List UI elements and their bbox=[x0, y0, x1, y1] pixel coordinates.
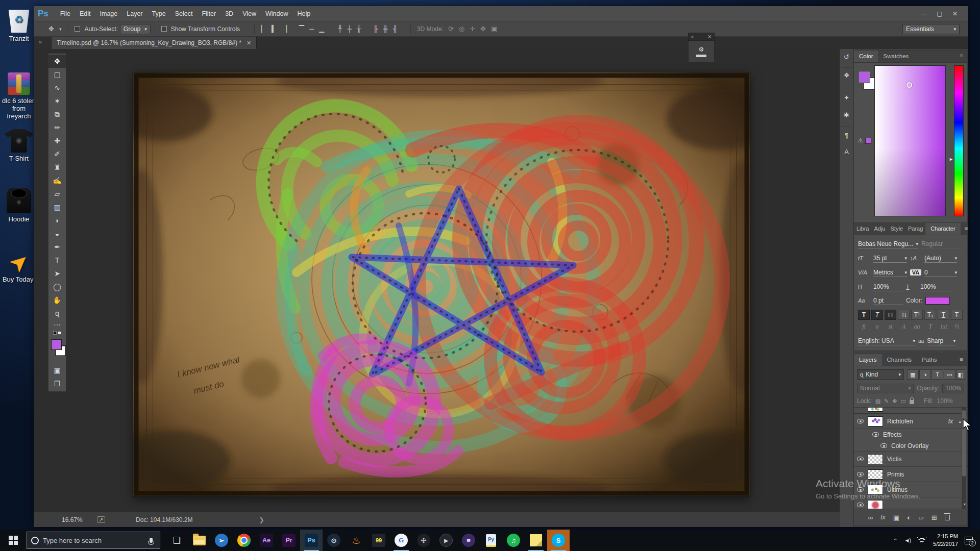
taskbar-thunderbird[interactable]: ➢ bbox=[210, 530, 233, 551]
layer-row-effects[interactable]: Effects bbox=[854, 429, 967, 440]
lock-position-icon[interactable]: ✥ bbox=[892, 398, 897, 405]
ordinals-button[interactable]: 1st bbox=[938, 323, 949, 331]
fx-badge[interactable]: fx bbox=[948, 418, 953, 425]
font-size-field[interactable]: 35 pt▾ bbox=[873, 254, 907, 263]
tool-marquee[interactable]: ▢ bbox=[48, 68, 66, 81]
tool-ellipse[interactable]: ◯ bbox=[48, 280, 66, 293]
text-color-swatch[interactable] bbox=[925, 297, 950, 305]
menu-image[interactable]: Image bbox=[95, 10, 122, 17]
tab-paragraph[interactable]: Parag bbox=[905, 223, 925, 235]
taskbar-file-explorer[interactable] bbox=[188, 530, 210, 551]
desktop-icon-recycle-bin[interactable]: ♻ Tranzit bbox=[0, 4, 38, 42]
screen-mode-icon[interactable]: ❐ bbox=[48, 377, 66, 390]
menu-type[interactable]: Type bbox=[148, 10, 170, 17]
distribute-top-icon[interactable]: ╀ bbox=[335, 25, 345, 33]
3d-slide-icon[interactable]: ✥ bbox=[478, 25, 488, 33]
tool-pen[interactable]: ✒ bbox=[48, 240, 66, 254]
menu-view[interactable]: View bbox=[238, 10, 261, 17]
tab-styles[interactable]: Style bbox=[888, 223, 905, 235]
menu-edit[interactable]: Edit bbox=[75, 10, 95, 17]
taskbar-spotify[interactable]: ♫ bbox=[502, 530, 525, 551]
visibility-eye-icon[interactable] bbox=[857, 419, 864, 423]
font-style-dropdown[interactable]: Regular bbox=[921, 239, 962, 248]
document-canvas[interactable]: I know now what must do bbox=[133, 72, 750, 496]
distribute-left-icon[interactable]: ╟ bbox=[371, 25, 380, 33]
new-layer-icon[interactable]: ⊞ bbox=[932, 514, 937, 521]
show-transform-checkbox[interactable] bbox=[161, 26, 167, 32]
3d-orbit-icon[interactable]: ⟳ bbox=[446, 25, 456, 33]
paragraph-panel-icon[interactable]: ¶ bbox=[840, 132, 853, 139]
menu-window[interactable]: Window bbox=[261, 10, 292, 17]
panel-overflow-icon[interactable]: » bbox=[34, 37, 45, 49]
taskbar-media-player[interactable]: ▶ bbox=[435, 530, 457, 551]
lock-all-icon[interactable] bbox=[910, 400, 914, 404]
3d-pan-icon[interactable]: ✛ bbox=[467, 25, 478, 33]
add-mask-icon[interactable]: ▣ bbox=[893, 514, 899, 521]
collapse-effects-icon[interactable]: ▴ bbox=[959, 419, 961, 424]
tab-layers[interactable]: Layers bbox=[854, 354, 882, 366]
taskbar-after-effects[interactable]: Ae bbox=[255, 530, 278, 551]
stylistic-alternates-button[interactable]: aa bbox=[911, 323, 923, 331]
filter-type-layers-icon[interactable]: T bbox=[932, 369, 943, 380]
lock-artboard-icon[interactable]: ▭ bbox=[901, 398, 906, 405]
fractions-button[interactable]: ½ bbox=[951, 323, 963, 331]
filter-adjustment-layers-icon[interactable]: ◑ bbox=[919, 369, 931, 380]
status-chevron-icon[interactable]: ❯ bbox=[259, 516, 264, 523]
tray-chevron-icon[interactable]: ⌃ bbox=[893, 538, 897, 543]
taskbar-chrome[interactable] bbox=[233, 530, 255, 551]
visibility-eye-icon[interactable] bbox=[880, 443, 887, 448]
tool-lasso[interactable]: ∿ bbox=[48, 81, 66, 94]
tab-close-icon[interactable]: ✕ bbox=[247, 40, 251, 46]
contextual-alternates-button[interactable]: σ bbox=[871, 323, 883, 331]
layer-thumbnail[interactable] bbox=[868, 416, 883, 427]
document-tab[interactable]: Timeline.psd @ 16.7% (Summoning_Key_Draw… bbox=[51, 37, 257, 49]
layer-row-richtofen[interactable]: Richtofen fx ▴ bbox=[854, 414, 967, 429]
font-family-dropdown[interactable]: Bebas Neue Regu...▾ bbox=[858, 239, 918, 248]
desktop-icon-hoodie[interactable]: Hoodie bbox=[0, 185, 38, 223]
tab-swatches[interactable]: Swatches bbox=[878, 51, 914, 62]
close-button[interactable]: ✕ bbox=[947, 10, 963, 17]
foreground-color-swatch[interactable] bbox=[51, 339, 62, 350]
align-v-center-icon[interactable]: ─ bbox=[307, 25, 316, 33]
filter-pixel-layers-icon[interactable]: ▦ bbox=[907, 369, 919, 380]
tool-dodge[interactable]: ◒ bbox=[48, 227, 66, 240]
taskbar-photoshop[interactable]: Ps bbox=[300, 530, 323, 551]
taskbar-recorder[interactable]: 99 bbox=[368, 530, 390, 551]
workspace-dropdown[interactable]: Essentials▾ bbox=[902, 24, 960, 34]
superscript-button[interactable]: T¹ bbox=[911, 310, 923, 320]
panel-menu-icon[interactable]: ≡ bbox=[961, 223, 972, 235]
visibility-eye-icon[interactable] bbox=[857, 503, 864, 507]
layer-row-ultimus[interactable]: Ultimus bbox=[854, 482, 967, 497]
align-bottom-icon[interactable]: ▁ bbox=[316, 25, 327, 33]
titling-alternates-button[interactable]: T bbox=[924, 323, 936, 331]
distribute-h-icon[interactable]: ╫ bbox=[380, 25, 390, 33]
menu-filter[interactable]: Filter bbox=[197, 10, 220, 17]
strikethrough-button[interactable]: T bbox=[951, 310, 963, 320]
panel-menu-icon[interactable]: ≡ bbox=[955, 51, 967, 62]
taskbar-eclipse[interactable]: ≡ bbox=[457, 530, 480, 551]
tool-history-brush[interactable]: ✍ bbox=[48, 174, 66, 187]
layer-row-primis[interactable]: Primis bbox=[854, 467, 967, 482]
speaker-icon[interactable]: ◄) bbox=[904, 537, 911, 543]
taskbar-flame-app[interactable]: ♨ bbox=[345, 530, 368, 551]
auto-select-dropdown[interactable]: Group▾ bbox=[120, 24, 151, 34]
libraries-panel-icon[interactable]: ❖ bbox=[840, 71, 853, 79]
faux-italic-button[interactable]: T bbox=[871, 310, 883, 320]
align-h-center-icon[interactable]: ▍ bbox=[269, 25, 279, 33]
zoom-level-field[interactable]: 16.67% bbox=[62, 516, 83, 523]
saturation-brightness-picker[interactable] bbox=[874, 65, 946, 216]
tool-path-selection[interactable]: ➤ bbox=[48, 267, 66, 280]
opacity-field[interactable]: 100% bbox=[942, 384, 964, 393]
tool-preset-caret-icon[interactable]: ▾ bbox=[57, 27, 64, 32]
quick-mask-icon[interactable]: ▣ bbox=[48, 364, 66, 377]
desktop-icon-tshirt[interactable]: T-Shirt bbox=[0, 124, 38, 162]
3d-roll-icon[interactable]: ◎ bbox=[456, 25, 467, 33]
default-colors-icon[interactable] bbox=[48, 329, 66, 336]
fill-value[interactable]: 100% bbox=[937, 397, 953, 405]
distribute-v-icon[interactable]: ┼ bbox=[345, 25, 354, 33]
tool-blur[interactable]: ◗ bbox=[48, 214, 66, 227]
action-center-icon[interactable]: 2 bbox=[965, 537, 973, 544]
tab-character[interactable]: Character bbox=[925, 223, 960, 235]
visibility-eye-icon[interactable] bbox=[857, 472, 864, 477]
taskbar-skype[interactable]: S bbox=[547, 530, 570, 551]
